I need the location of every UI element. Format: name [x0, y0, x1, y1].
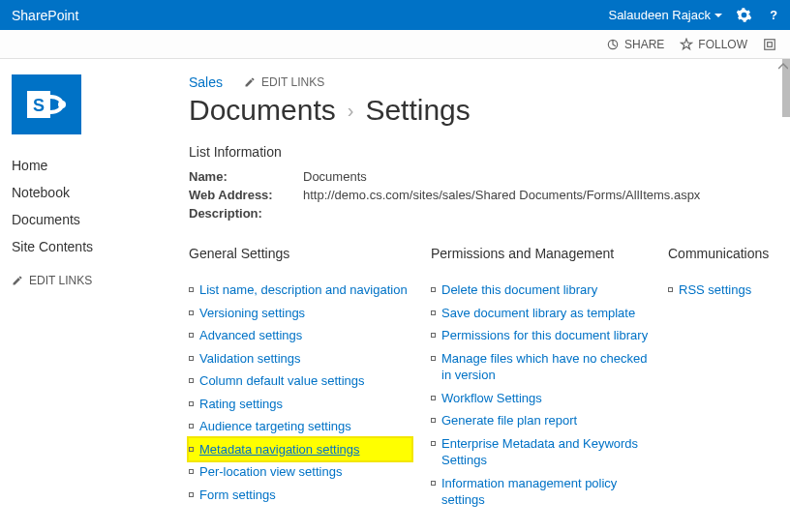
bullet-icon — [189, 424, 194, 429]
nav-site-contents[interactable]: Site Contents — [12, 233, 179, 260]
left-nav: Home Notebook Documents Site Contents — [12, 152, 179, 260]
bullet-icon — [189, 492, 194, 497]
title-library: Documents — [189, 94, 336, 127]
sharepoint-logo-icon: S — [25, 85, 68, 124]
bullet-icon — [189, 287, 194, 292]
bullet-icon — [189, 356, 194, 361]
bullet-icon — [189, 333, 194, 338]
info-desc-label: Description: — [189, 206, 303, 221]
product-name: SharePoint — [12, 8, 78, 23]
bullet-icon — [189, 469, 194, 474]
follow-label: FOLLOW — [698, 38, 747, 51]
settings-link[interactable]: Generate file plan report — [441, 412, 577, 429]
communications-links: RSS settings — [668, 279, 773, 302]
info-web-value: http://demo.cs.com/sites/sales/Shared Do… — [303, 188, 773, 202]
share-icon — [606, 38, 620, 51]
bullet-icon — [431, 333, 436, 338]
bullet-icon — [668, 287, 673, 292]
settings-link[interactable]: Information management policy settings — [441, 475, 649, 509]
edit-links-left-label: EDIT LINKS — [29, 274, 92, 287]
site-logo[interactable]: S — [12, 74, 81, 134]
nav-home[interactable]: Home — [12, 152, 179, 179]
settings-link[interactable]: Enterprise Metadata and Keywords Setting… — [441, 435, 649, 469]
settings-link-item: Save document library as template — [431, 302, 649, 325]
settings-link-item: Permissions for this document library — [431, 324, 649, 347]
settings-link-item: Advanced settings — [189, 324, 411, 347]
col-communications: Communications RSS settings — [668, 246, 773, 512]
caret-down-icon — [714, 12, 722, 19]
settings-link-item: Column default value settings — [189, 369, 411, 393]
settings-link[interactable]: Manage files which have no checked in ve… — [441, 350, 649, 384]
edit-links-top-label: EDIT LINKS — [261, 75, 324, 89]
edit-links-top[interactable]: EDIT LINKS — [244, 75, 324, 89]
settings-link[interactable]: List name, description and navigation — [199, 281, 408, 299]
user-menu[interactable]: Salaudeen Rajack — [608, 8, 722, 22]
settings-link[interactable]: Metadata navigation settings — [199, 441, 360, 458]
info-name-label: Name: — [189, 169, 303, 184]
main: S Home Notebook Documents Site Contents … — [0, 59, 790, 532]
settings-link-item: Rating settings — [189, 393, 411, 416]
settings-link[interactable]: Save document library as template — [441, 305, 635, 322]
breadcrumb-site[interactable]: Sales — [189, 74, 223, 90]
title-separator-icon: › — [348, 100, 354, 122]
settings-link-item: Information management policy settings — [431, 472, 649, 512]
gear-icon[interactable] — [736, 7, 752, 23]
settings-link-item: Validation settings — [189, 347, 411, 370]
help-icon[interactable]: ? — [766, 7, 782, 23]
pencil-icon — [12, 275, 23, 286]
bullet-icon — [189, 401, 194, 406]
settings-link-item: Form settings — [189, 484, 411, 507]
follow-button[interactable]: FOLLOW — [680, 38, 747, 51]
pencil-icon — [244, 76, 256, 88]
page-title: Documents › Settings — [189, 94, 773, 127]
settings-link[interactable]: Advanced settings — [199, 327, 302, 344]
bullet-icon — [189, 378, 194, 383]
bullet-icon — [431, 396, 436, 400]
bullet-icon — [189, 447, 194, 452]
settings-link[interactable]: Delete this document library — [441, 281, 597, 299]
title-page: Settings — [365, 94, 470, 127]
nav-documents[interactable]: Documents — [12, 206, 179, 233]
general-links: List name, description and navigationVer… — [189, 279, 411, 506]
col-permissions-heading: Permissions and Management — [431, 246, 649, 261]
info-web-label: Web Address: — [189, 188, 303, 202]
settings-link[interactable]: Versioning settings — [199, 305, 305, 322]
left-column: S Home Notebook Documents Site Contents … — [0, 59, 189, 532]
star-icon — [680, 38, 693, 51]
settings-link[interactable]: Validation settings — [199, 350, 301, 368]
settings-link-item: Audience targeting settings — [189, 415, 411, 438]
list-info: Name: Documents Web Address: http://demo… — [189, 167, 773, 222]
suite-bar: SharePoint Salaudeen Rajack ? — [0, 0, 790, 30]
svg-text:?: ? — [770, 8, 777, 22]
settings-link-item: Delete this document library — [431, 279, 649, 302]
focus-button[interactable] — [763, 38, 776, 51]
settings-link[interactable]: Form settings — [199, 487, 276, 504]
settings-link[interactable]: RSS settings — [679, 281, 751, 299]
edit-links-left[interactable]: EDIT LINKS — [12, 274, 179, 287]
list-info-heading: List Information — [189, 144, 773, 160]
svg-rect-1 — [765, 39, 775, 49]
share-button[interactable]: SHARE — [606, 38, 664, 51]
nav-notebook[interactable]: Notebook — [12, 179, 179, 206]
user-name: Salaudeen Rajack — [608, 8, 711, 22]
col-general-heading: General Settings — [189, 246, 411, 261]
settings-link[interactable]: Rating settings — [199, 396, 283, 413]
breadcrumb-row: Sales EDIT LINKS — [189, 74, 773, 90]
scroll-up-arrow-icon[interactable] — [778, 62, 788, 72]
settings-link[interactable]: Workflow Settings — [441, 390, 542, 407]
settings-link[interactable]: Audience targeting settings — [199, 418, 351, 435]
permissions-links: Delete this document librarySave documen… — [431, 279, 649, 512]
ribbon: SHARE FOLLOW — [0, 30, 790, 59]
share-label: SHARE — [624, 38, 664, 51]
bullet-icon — [431, 310, 436, 315]
settings-link[interactable]: Per-location view settings — [199, 463, 342, 481]
settings-link[interactable]: Column default value settings — [199, 372, 365, 390]
settings-link-item: Per-location view settings — [189, 460, 411, 484]
settings-link-item: Enterprise Metadata and Keywords Setting… — [431, 432, 649, 472]
settings-link-item: Workflow Settings — [431, 387, 649, 410]
settings-link-item: Metadata navigation settings — [189, 438, 411, 461]
bullet-icon — [431, 287, 436, 292]
svg-rect-2 — [768, 42, 773, 46]
settings-link[interactable]: Permissions for this document library — [441, 327, 648, 344]
bullet-icon — [431, 356, 436, 361]
